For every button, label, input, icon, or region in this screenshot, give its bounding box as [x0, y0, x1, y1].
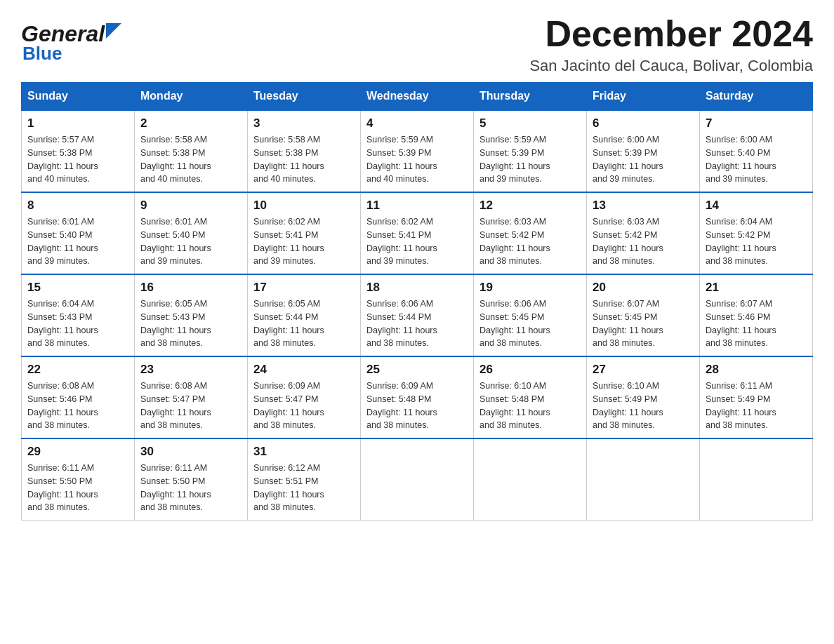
day-info: Sunrise: 5:59 AM Sunset: 5:39 PM Dayligh…: [479, 133, 581, 186]
day-info: Sunrise: 6:08 AM Sunset: 5:47 PM Dayligh…: [140, 380, 241, 432]
location-subtitle: San Jacinto del Cauca, Bolivar, Colombia: [529, 57, 813, 75]
day-info: Sunrise: 5:59 AM Sunset: 5:39 PM Dayligh…: [366, 133, 468, 186]
calendar-cell: 29 Sunrise: 6:11 AM Sunset: 5:50 PM Dayl…: [22, 438, 135, 521]
day-info: Sunrise: 6:01 AM Sunset: 5:40 PM Dayligh…: [140, 215, 241, 268]
calendar-cell: 10 Sunrise: 6:02 AM Sunset: 5:41 PM Dayl…: [248, 192, 361, 274]
day-info: Sunrise: 6:06 AM Sunset: 5:44 PM Dayligh…: [366, 297, 468, 350]
column-header-tuesday: Tuesday: [248, 83, 361, 111]
day-number: 16: [140, 281, 241, 295]
logo-blue-text: Blue: [21, 43, 62, 65]
calendar-cell: 24 Sunrise: 6:09 AM Sunset: 5:47 PM Dayl…: [248, 356, 361, 438]
calendar-week-row: 8 Sunrise: 6:01 AM Sunset: 5:40 PM Dayli…: [22, 192, 813, 274]
day-number: 9: [140, 199, 241, 213]
calendar-cell: 13 Sunrise: 6:03 AM Sunset: 5:42 PM Dayl…: [587, 192, 700, 274]
calendar-cell: 2 Sunrise: 5:58 AM Sunset: 5:38 PM Dayli…: [135, 110, 248, 192]
column-header-friday: Friday: [587, 83, 700, 111]
day-number: 4: [366, 116, 468, 130]
calendar-cell: 20 Sunrise: 6:07 AM Sunset: 5:45 PM Dayl…: [587, 274, 700, 356]
day-number: 1: [27, 116, 128, 130]
logo-triangle-icon: [106, 23, 121, 41]
day-number: 25: [366, 363, 468, 377]
day-info: Sunrise: 6:09 AM Sunset: 5:48 PM Dayligh…: [366, 380, 468, 432]
day-info: Sunrise: 6:00 AM Sunset: 5:39 PM Dayligh…: [593, 133, 694, 186]
day-number: 29: [27, 445, 128, 459]
day-number: 24: [253, 363, 355, 377]
day-info: Sunrise: 6:03 AM Sunset: 5:42 PM Dayligh…: [593, 215, 694, 268]
calendar-week-row: 22 Sunrise: 6:08 AM Sunset: 5:46 PM Dayl…: [22, 356, 813, 438]
day-info: Sunrise: 6:11 AM Sunset: 5:50 PM Dayligh…: [27, 462, 128, 514]
day-number: 13: [593, 199, 694, 213]
day-number: 10: [253, 199, 355, 213]
column-header-thursday: Thursday: [474, 83, 587, 111]
calendar-cell: [700, 438, 813, 521]
day-number: 26: [479, 363, 581, 377]
day-info: Sunrise: 6:00 AM Sunset: 5:40 PM Dayligh…: [706, 133, 807, 186]
day-info: Sunrise: 6:02 AM Sunset: 5:41 PM Dayligh…: [253, 215, 355, 268]
calendar-cell: 12 Sunrise: 6:03 AM Sunset: 5:42 PM Dayl…: [474, 192, 587, 274]
day-info: Sunrise: 6:11 AM Sunset: 5:49 PM Dayligh…: [706, 380, 807, 432]
day-info: Sunrise: 6:10 AM Sunset: 5:49 PM Dayligh…: [593, 380, 694, 432]
day-number: 28: [706, 363, 807, 377]
day-number: 12: [479, 199, 581, 213]
day-number: 22: [27, 363, 128, 377]
page-header: General Blue December 2024 San Jacinto d…: [21, 14, 813, 75]
column-header-saturday: Saturday: [700, 83, 813, 111]
calendar-cell: 18 Sunrise: 6:06 AM Sunset: 5:44 PM Dayl…: [361, 274, 474, 356]
day-info: Sunrise: 6:05 AM Sunset: 5:43 PM Dayligh…: [140, 297, 241, 350]
calendar-week-row: 15 Sunrise: 6:04 AM Sunset: 5:43 PM Dayl…: [22, 274, 813, 356]
calendar-cell: 15 Sunrise: 6:04 AM Sunset: 5:43 PM Dayl…: [22, 274, 135, 356]
day-number: 31: [253, 445, 355, 459]
calendar-cell: 6 Sunrise: 6:00 AM Sunset: 5:39 PM Dayli…: [587, 110, 700, 192]
column-header-monday: Monday: [135, 83, 248, 111]
calendar-header-row: SundayMondayTuesdayWednesdayThursdayFrid…: [22, 83, 813, 111]
day-info: Sunrise: 6:09 AM Sunset: 5:47 PM Dayligh…: [253, 380, 355, 432]
calendar-cell: 7 Sunrise: 6:00 AM Sunset: 5:40 PM Dayli…: [700, 110, 813, 192]
day-info: Sunrise: 6:07 AM Sunset: 5:46 PM Dayligh…: [706, 297, 807, 350]
calendar-cell: 19 Sunrise: 6:06 AM Sunset: 5:45 PM Dayl…: [474, 274, 587, 356]
day-info: Sunrise: 6:04 AM Sunset: 5:42 PM Dayligh…: [706, 215, 807, 268]
column-header-wednesday: Wednesday: [361, 83, 474, 111]
day-info: Sunrise: 6:01 AM Sunset: 5:40 PM Dayligh…: [27, 215, 128, 268]
day-info: Sunrise: 5:58 AM Sunset: 5:38 PM Dayligh…: [140, 133, 241, 186]
day-number: 11: [366, 199, 468, 213]
day-info: Sunrise: 6:05 AM Sunset: 5:44 PM Dayligh…: [253, 297, 355, 350]
month-year-title: December 2024: [529, 14, 813, 54]
calendar-cell: [587, 438, 700, 521]
calendar-cell: 31 Sunrise: 6:12 AM Sunset: 5:51 PM Dayl…: [248, 438, 361, 521]
calendar-cell: 27 Sunrise: 6:10 AM Sunset: 5:49 PM Dayl…: [587, 356, 700, 438]
day-number: 2: [140, 116, 241, 130]
day-number: 27: [593, 363, 694, 377]
calendar-cell: 14 Sunrise: 6:04 AM Sunset: 5:42 PM Dayl…: [700, 192, 813, 274]
day-number: 17: [253, 281, 355, 295]
day-info: Sunrise: 6:10 AM Sunset: 5:48 PM Dayligh…: [479, 380, 581, 432]
day-number: 18: [366, 281, 468, 295]
calendar-cell: 4 Sunrise: 5:59 AM Sunset: 5:39 PM Dayli…: [361, 110, 474, 192]
day-number: 3: [253, 116, 355, 130]
day-number: 14: [706, 199, 807, 213]
calendar-cell: 1 Sunrise: 5:57 AM Sunset: 5:38 PM Dayli…: [22, 110, 135, 192]
day-info: Sunrise: 5:58 AM Sunset: 5:38 PM Dayligh…: [253, 133, 355, 186]
day-number: 5: [479, 116, 581, 130]
calendar-cell: 9 Sunrise: 6:01 AM Sunset: 5:40 PM Dayli…: [135, 192, 248, 274]
day-info: Sunrise: 6:06 AM Sunset: 5:45 PM Dayligh…: [479, 297, 581, 350]
day-info: Sunrise: 6:04 AM Sunset: 5:43 PM Dayligh…: [27, 297, 128, 350]
calendar-cell: 3 Sunrise: 5:58 AM Sunset: 5:38 PM Dayli…: [248, 110, 361, 192]
day-info: Sunrise: 6:02 AM Sunset: 5:41 PM Dayligh…: [366, 215, 468, 268]
day-number: 20: [593, 281, 694, 295]
day-number: 8: [27, 199, 128, 213]
calendar-cell: 8 Sunrise: 6:01 AM Sunset: 5:40 PM Dayli…: [22, 192, 135, 274]
day-info: Sunrise: 6:03 AM Sunset: 5:42 PM Dayligh…: [479, 215, 581, 268]
calendar-cell: 5 Sunrise: 5:59 AM Sunset: 5:39 PM Dayli…: [474, 110, 587, 192]
calendar-cell: [474, 438, 587, 521]
column-header-sunday: Sunday: [22, 83, 135, 111]
calendar-week-row: 1 Sunrise: 5:57 AM Sunset: 5:38 PM Dayli…: [22, 110, 813, 192]
day-info: Sunrise: 6:08 AM Sunset: 5:46 PM Dayligh…: [27, 380, 128, 432]
day-info: Sunrise: 6:07 AM Sunset: 5:45 PM Dayligh…: [593, 297, 694, 350]
day-number: 6: [593, 116, 694, 130]
calendar-cell: 26 Sunrise: 6:10 AM Sunset: 5:48 PM Dayl…: [474, 356, 587, 438]
calendar-cell: 21 Sunrise: 6:07 AM Sunset: 5:46 PM Dayl…: [700, 274, 813, 356]
calendar-cell: 30 Sunrise: 6:11 AM Sunset: 5:50 PM Dayl…: [135, 438, 248, 521]
day-number: 7: [706, 116, 807, 130]
calendar-table: SundayMondayTuesdayWednesdayThursdayFrid…: [21, 82, 813, 521]
calendar-week-row: 29 Sunrise: 6:11 AM Sunset: 5:50 PM Dayl…: [22, 438, 813, 521]
